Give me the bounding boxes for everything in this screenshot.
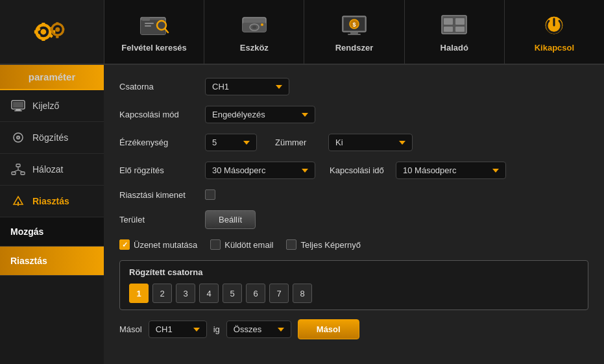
svg-rect-49 xyxy=(21,172,25,175)
channel-1[interactable]: 1 xyxy=(129,284,149,303)
svg-point-1 xyxy=(41,29,47,35)
svg-rect-12 xyxy=(56,22,58,25)
sidebar-header: paraméter xyxy=(0,65,104,90)
sidebar-header-label: paraméter xyxy=(29,71,76,82)
teljes-kepernyo-label: Teljes Képernyő xyxy=(300,240,361,250)
kapcsolasi-mod-dropdown[interactable]: Engedélyezés xyxy=(205,106,315,123)
channel-2[interactable]: 2 xyxy=(152,284,172,303)
elo-rogzites-value: 30 Másodperc xyxy=(212,165,265,175)
nav-eszkoz[interactable]: Eszköz xyxy=(204,0,304,64)
masol-ig-label: ig xyxy=(213,324,220,334)
erzekenyses-dropdown[interactable]: 5 xyxy=(205,134,257,151)
masol-from-dropdown[interactable]: CH1 xyxy=(149,321,207,338)
sidebar-riasztas2-label: Riasztás xyxy=(10,256,47,266)
masol-to-value: Összes xyxy=(234,324,261,334)
svg-text:$: $ xyxy=(352,21,356,28)
sidebar-section-riasztas[interactable]: Riasztás xyxy=(0,247,104,276)
kapcsolasi-mod-arrow xyxy=(302,113,308,117)
nav-rendszer[interactable]: $ Rendszer xyxy=(304,0,404,64)
csatorna-row: Csatorna CH1 xyxy=(119,78,588,95)
kapcsolasi-mod-row: Kapcsolási mód Engedélyezés xyxy=(119,106,588,123)
masol-from-arrow xyxy=(193,328,200,332)
svg-rect-36 xyxy=(455,18,465,25)
svg-rect-15 xyxy=(62,28,65,30)
svg-rect-31 xyxy=(348,34,361,35)
power-icon xyxy=(538,12,570,38)
erzekenyses-arrow xyxy=(243,141,250,145)
checkboxes-row: ✓ Üzenet mutatása Küldött email Teljes K… xyxy=(119,239,588,250)
csatorna-dropdown[interactable]: CH1 xyxy=(205,78,289,95)
erzekenyses-label: Érzékenység xyxy=(119,138,197,147)
main-layout: paraméter Kijelző Rögzíté xyxy=(0,65,604,364)
elo-rogzites-arrow xyxy=(302,169,308,173)
elo-rogzites-row: Elő rögzítés 30 Másodperc Kapcsolási idő… xyxy=(119,162,588,179)
kapcsolasi-ido-label: Kapcsolási idő xyxy=(330,165,388,175)
sidebar-section-mozgas[interactable]: Mozgás xyxy=(0,217,104,247)
teljes-kepernyo-wrap[interactable]: Teljes Képernyő xyxy=(286,239,361,250)
nav-halado-label: Haladó xyxy=(441,43,468,53)
network-icon xyxy=(10,163,26,176)
zummer-arrow xyxy=(399,141,405,145)
teljes-kepernyo-checkbox[interactable] xyxy=(286,239,296,250)
uzenet-mutatasa-checkbox[interactable]: ✓ xyxy=(119,239,130,250)
rogzitett-csatorna-title: Rögzített csatorna xyxy=(129,267,579,277)
terulet-beallitas-button[interactable]: Beállít xyxy=(205,210,256,229)
sidebar-item-kijelzo[interactable]: Kijelző xyxy=(0,90,104,122)
monitor-coin-icon: $ xyxy=(339,12,370,38)
masol-from-value: CH1 xyxy=(156,324,173,334)
kapcsolasi-ido-arrow xyxy=(492,169,499,173)
kapcsolasi-mod-label: Kapcsolási mód xyxy=(119,110,197,119)
channel-6[interactable]: 6 xyxy=(246,284,265,303)
zummer-value: Ki xyxy=(335,138,343,147)
riasztasi-kimenet-row: Riasztási kimenet xyxy=(119,189,588,200)
kuldott-email-wrap[interactable]: Küldött email xyxy=(210,239,273,250)
uzenet-mutatasa-wrap[interactable]: ✓ Üzenet mutatása xyxy=(119,239,197,250)
content-area: Csatorna CH1 Kapcsolási mód Engedélyezés… xyxy=(104,65,604,364)
sidebar-mozgas-label: Mozgás xyxy=(10,226,43,237)
channel-numbers: 1 2 3 4 5 6 7 8 xyxy=(129,284,579,303)
riasztasi-kimenet-checkbox[interactable] xyxy=(205,189,215,200)
grid-card-icon xyxy=(439,12,470,38)
logo-area xyxy=(0,0,104,64)
kuldott-email-checkbox[interactable] xyxy=(210,239,221,250)
sidebar: paraméter Kijelző Rögzíté xyxy=(0,65,104,364)
masol-from-label: Másol xyxy=(119,324,142,334)
kapcsolasi-ido-value: 10 Másodperc xyxy=(403,165,456,175)
sidebar-item-rogzites[interactable]: Rögzítés xyxy=(0,122,104,154)
channel-4[interactable]: 4 xyxy=(199,284,219,303)
nav-halado[interactable]: Haladó xyxy=(404,0,504,64)
svg-rect-21 xyxy=(145,23,154,24)
svg-rect-48 xyxy=(12,172,16,175)
sidebar-kijelzo-label: Kijelző xyxy=(32,101,59,111)
csatorna-value: CH1 xyxy=(212,82,229,91)
svg-rect-41 xyxy=(13,102,23,108)
uzenet-mutatasa-label: Üzenet mutatása xyxy=(134,240,197,250)
svg-rect-38 xyxy=(455,27,465,32)
record-icon xyxy=(10,131,26,144)
channel-5[interactable]: 5 xyxy=(223,284,242,303)
nav-kikapcsol-label: Kikapcsol xyxy=(535,43,574,53)
monitor-icon xyxy=(10,99,26,112)
svg-rect-22 xyxy=(145,25,151,27)
nav-kikapcsol[interactable]: Kikapcsol xyxy=(504,0,604,64)
sidebar-halozat-label: Hálozat xyxy=(32,164,63,175)
kapcsolasi-ido-dropdown[interactable]: 10 Másodperc xyxy=(396,162,506,179)
svg-rect-43 xyxy=(14,110,22,112)
sidebar-item-halozat[interactable]: Hálozat xyxy=(0,154,104,186)
masol-button[interactable]: Másol xyxy=(298,319,359,339)
kapcsolasi-mod-value: Engedélyezés xyxy=(212,110,265,119)
sidebar-item-riasztas[interactable]: Riasztás xyxy=(0,186,104,217)
channel-7[interactable]: 7 xyxy=(269,284,289,303)
masol-to-dropdown[interactable]: Összes xyxy=(226,321,291,338)
elo-rogzites-dropdown[interactable]: 30 Másodperc xyxy=(205,162,315,179)
nav-felvetel[interactable]: Felvétel keresés xyxy=(104,0,204,64)
svg-point-26 xyxy=(252,25,256,28)
terulet-label: Terület xyxy=(119,215,197,224)
erzekenyses-row: Érzékenység 5 Zümmer Ki xyxy=(119,134,588,151)
elo-rogzites-label: Elő rögzítés xyxy=(119,165,197,175)
top-navigation: Felvétel keresés Eszköz xyxy=(0,0,604,65)
rogzitett-csatorna-box: Rögzített csatorna 1 2 3 4 5 6 7 8 xyxy=(119,260,588,310)
channel-8[interactable]: 8 xyxy=(293,284,312,303)
zummer-dropdown[interactable]: Ki xyxy=(328,134,413,151)
channel-3[interactable]: 3 xyxy=(176,284,195,303)
